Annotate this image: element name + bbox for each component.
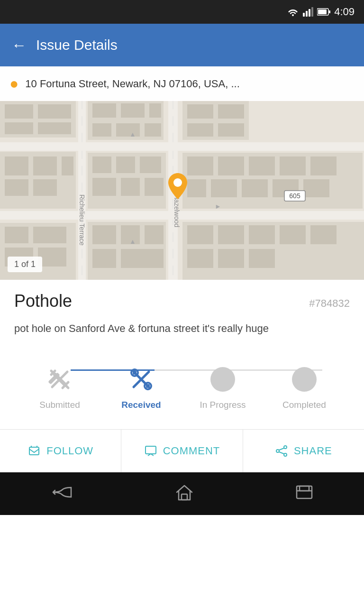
svg-rect-73 — [187, 249, 213, 268]
issue-title: Pothole — [14, 291, 72, 311]
follow-icon — [27, 444, 41, 458]
svg-rect-75 — [249, 249, 275, 268]
svg-rect-74 — [218, 249, 244, 268]
map-container[interactable]: ● 10 Fortuna Street, Newark, NJ 07106, U… — [0, 66, 364, 280]
svg-rect-11 — [5, 122, 33, 134]
issue-id: #784832 — [309, 297, 350, 310]
map-svg: Hazelwood Richelieu Terrace 605 ▲ ▲ ► — [0, 100, 364, 280]
svg-rect-63 — [211, 179, 237, 197]
svg-rect-103 — [182, 494, 187, 500]
share-icon — [275, 444, 288, 458]
nav-bar — [0, 472, 364, 515]
svg-rect-2 — [309, 9, 310, 17]
map-address: 10 Fortuna Street, Newark, NJ 07106, USA… — [25, 78, 239, 90]
map-visual: Hazelwood Richelieu Terrace 605 ▲ ▲ ► — [0, 100, 364, 280]
svg-rect-46 — [92, 225, 116, 244]
svg-line-102 — [279, 452, 284, 454]
svg-rect-53 — [218, 104, 244, 119]
svg-point-100 — [284, 453, 287, 456]
svg-rect-68 — [187, 225, 213, 244]
share-button[interactable]: SHARE — [243, 430, 364, 472]
follow-label: FOLLOW — [46, 445, 93, 457]
issue-header: Pothole #784832 — [14, 291, 350, 311]
status-time: 4:09 — [334, 6, 355, 18]
issue-description: pot hole on Sanford Ave & fortuna street… — [14, 321, 350, 336]
follow-button[interactable]: FOLLOW — [0, 430, 121, 472]
svg-rect-17 — [5, 179, 28, 196]
status-step-submitted: Submitted — [19, 365, 100, 410]
svg-point-83 — [173, 178, 182, 187]
svg-rect-106 — [300, 486, 309, 491]
svg-rect-57 — [187, 156, 213, 175]
signal-icon — [303, 7, 313, 17]
svg-rect-1 — [306, 11, 308, 17]
status-bar: 4:09 — [0, 0, 364, 24]
svg-rect-41 — [140, 156, 161, 173]
svg-rect-40 — [116, 156, 135, 173]
action-bar: FOLLOW COMMENT SHARE — [0, 429, 364, 472]
svg-rect-43 — [121, 178, 140, 196]
issue-content: Pothole #784832 pot hole on Sanford Ave … — [0, 280, 364, 424]
svg-rect-33 — [121, 103, 145, 118]
battery-icon — [317, 8, 330, 16]
svg-rect-69 — [218, 225, 244, 244]
svg-rect-37 — [145, 123, 161, 137]
svg-rect-29 — [0, 211, 364, 220]
svg-rect-44 — [145, 178, 164, 196]
status-step-inprogress: In Progress — [182, 365, 264, 410]
nav-home-button[interactable] — [175, 484, 194, 504]
svg-rect-52 — [187, 104, 213, 119]
map-address-bar: ● 10 Fortuna Street, Newark, NJ 07106, U… — [0, 66, 364, 101]
svg-rect-54 — [187, 123, 213, 137]
svg-rect-55 — [218, 123, 244, 137]
wifi-icon — [287, 7, 299, 17]
svg-rect-58 — [218, 156, 244, 175]
status-step-completed: Completed — [264, 365, 345, 410]
top-bar: ← Issue Details — [0, 24, 364, 66]
svg-rect-5 — [318, 9, 327, 14]
svg-rect-16 — [62, 156, 73, 175]
svg-rect-66 — [303, 179, 329, 197]
svg-text:Hazelwood: Hazelwood — [173, 194, 181, 227]
svg-text:▲: ▲ — [129, 130, 136, 138]
svg-rect-64 — [242, 179, 268, 197]
nav-back-button[interactable] — [50, 485, 74, 503]
status-tracker: Submitted Received — [14, 355, 350, 424]
svg-rect-72 — [310, 225, 337, 244]
svg-rect-9 — [5, 104, 33, 119]
status-label-submitted: Submitted — [39, 400, 80, 410]
status-icons: 4:09 — [287, 6, 355, 18]
comment-icon — [144, 444, 157, 458]
completed-circle — [292, 367, 317, 392]
svg-rect-71 — [280, 225, 306, 244]
completed-icon-wrap — [290, 365, 319, 394]
svg-rect-70 — [249, 225, 275, 244]
svg-rect-10 — [38, 104, 71, 119]
back-button[interactable]: ← — [11, 37, 27, 54]
svg-rect-0 — [303, 13, 305, 17]
svg-rect-28 — [0, 142, 364, 151]
svg-point-99 — [276, 450, 279, 452]
inprogress-icon-wrap — [208, 365, 237, 394]
page-title: Issue Details — [36, 37, 118, 53]
svg-rect-15 — [33, 156, 57, 175]
status-label-inprogress: In Progress — [200, 400, 246, 410]
comment-button[interactable]: COMMENT — [121, 430, 242, 472]
status-label-received: Received — [121, 400, 161, 410]
received-icon-wrap — [127, 365, 156, 394]
svg-rect-3 — [311, 7, 313, 17]
nav-recents-button[interactable] — [295, 484, 314, 504]
svg-text:►: ► — [215, 202, 221, 210]
svg-rect-50 — [121, 249, 164, 268]
svg-rect-32 — [92, 103, 116, 118]
svg-point-98 — [284, 446, 287, 449]
inprogress-circle — [210, 367, 235, 392]
svg-rect-59 — [249, 156, 275, 175]
svg-rect-20 — [5, 227, 28, 243]
svg-rect-14 — [5, 156, 28, 175]
location-pin-icon: ● — [9, 75, 18, 92]
svg-rect-93 — [146, 384, 150, 388]
svg-text:▲: ▲ — [129, 238, 136, 245]
svg-rect-61 — [310, 156, 337, 175]
svg-rect-48 — [145, 225, 164, 244]
